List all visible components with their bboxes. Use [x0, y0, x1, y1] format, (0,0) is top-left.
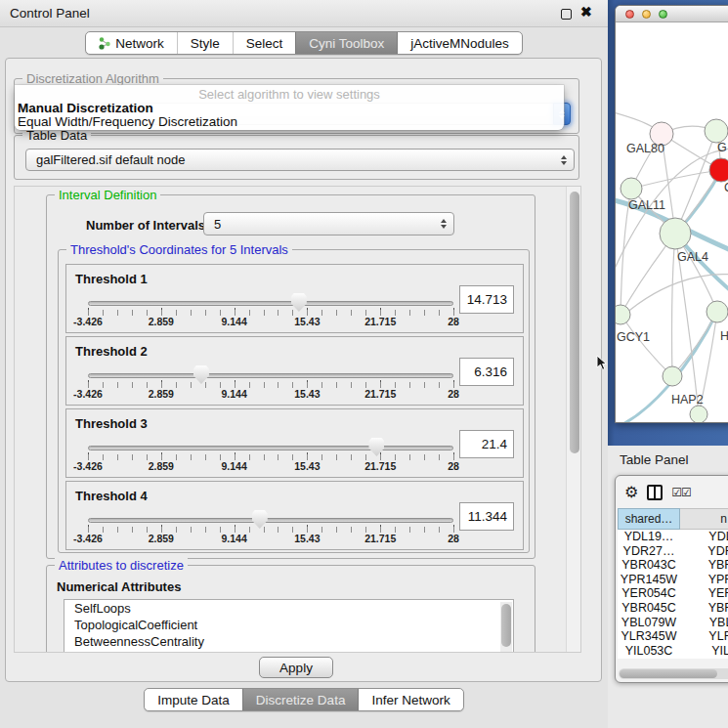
table-data-combobox[interactable]: galFiltered.sif default node	[25, 149, 575, 171]
mouse-cursor	[596, 355, 608, 371]
network-node-hap2[interactable]	[663, 366, 682, 386]
dropdown-option[interactable]: Manual Discretization	[18, 101, 153, 115]
table-cell[interactable]: YBL0	[680, 616, 728, 630]
number-of-intervals-combobox[interactable]: 5	[203, 212, 454, 236]
tick-label: 2.859	[149, 316, 174, 327]
attributes-scrollbar[interactable]	[500, 602, 512, 653]
apply-button[interactable]: Apply	[259, 657, 333, 678]
tick-label: 28	[448, 388, 459, 400]
network-node-gal4[interactable]	[660, 218, 691, 249]
threshold-value-field[interactable]: 6.316	[459, 358, 514, 386]
table-cell[interactable]: YBR045C	[618, 601, 680, 616]
node-label: HAP2	[671, 393, 704, 407]
threshold-value-field[interactable]: 21.4	[459, 430, 514, 458]
table-cell[interactable]: YBR0	[680, 601, 728, 616]
float-window-icon[interactable]	[561, 9, 572, 20]
column-header-shared-name[interactable]: shared…	[618, 508, 680, 530]
threshold-value-field[interactable]: 11.344	[459, 502, 514, 531]
close-traffic-light-icon[interactable]	[625, 10, 634, 19]
table-cell[interactable]: YDR2	[680, 544, 728, 559]
table-row[interactable]: YBL079WYBL0	[618, 616, 728, 630]
table-cell[interactable]: YER0	[680, 586, 728, 601]
tick-label: 2.859	[149, 388, 174, 400]
settings-scrollbar-thumb[interactable]	[570, 192, 579, 453]
attribute-item[interactable]: SelfLoops	[64, 600, 513, 617]
tick-label: 21.715	[364, 316, 396, 327]
tab-jactivemnodules[interactable]: jActiveMNodules	[397, 32, 522, 54]
table-cell[interactable]: YDL1	[680, 530, 728, 544]
table-cell[interactable]: YBR043C	[618, 558, 680, 573]
node-label: H	[720, 329, 728, 343]
numerical-attributes-list[interactable]: SelfLoopsTopologicalCoefficientBetweenne…	[64, 599, 514, 653]
tab-discretize-data[interactable]: Discretize Data	[242, 689, 359, 710]
network-node[interactable]	[705, 119, 728, 143]
node-label: GAL80	[626, 142, 664, 155]
table-row[interactable]: YDR27…YDR2	[618, 544, 728, 559]
table-cell[interactable]: YDL19…	[618, 530, 680, 544]
threshold-label: Threshold 3	[75, 416, 148, 431]
minimize-traffic-light-icon[interactable]	[642, 10, 651, 19]
tab-network[interactable]: Network	[86, 32, 177, 54]
table-cell[interactable]: YPR1	[680, 573, 728, 587]
network-window[interactable]: GAL80GAL11GAL4GCY1HHAP2GC	[615, 5, 728, 423]
tab-impute-data[interactable]: Impute Data	[145, 689, 242, 710]
tab-label: jActiveMNodules	[410, 36, 509, 51]
table-row[interactable]: YLR345WYLR3	[618, 629, 728, 644]
slider-minor-ticks	[88, 454, 455, 460]
network-node-h[interactable]	[707, 301, 728, 322]
table-cell[interactable]: YBR0	[680, 558, 728, 573]
threshold-value-field[interactable]: 14.713	[459, 285, 514, 314]
network-node-gcy1[interactable]	[616, 305, 630, 324]
table-cell[interactable]: YER054C	[618, 586, 680, 601]
tick-label: -3.426	[73, 316, 103, 327]
network-node[interactable]	[709, 158, 728, 182]
attributes-scrollbar-thumb[interactable]	[501, 604, 511, 647]
network-node[interactable]	[690, 406, 707, 423]
table-hscrollbar[interactable]	[619, 668, 728, 679]
table-cell[interactable]: YIL053C	[618, 644, 680, 659]
threshold-slider-track[interactable]	[88, 518, 453, 523]
settings-scrollbar[interactable]	[566, 187, 581, 652]
tick-label: 9.144	[221, 388, 246, 400]
threshold-panel: Threshold 3 -3.4262.8599.14415.4321.7152…	[65, 408, 524, 478]
table-cell[interactable]: YPR145W	[618, 573, 680, 587]
network-node-gal11[interactable]	[621, 178, 642, 199]
threshold-slider-track[interactable]	[88, 373, 453, 378]
tab-style[interactable]: Style	[177, 32, 233, 54]
network-window-titlebar[interactable]	[616, 6, 728, 22]
threshold-slider-track[interactable]	[88, 301, 453, 306]
threshold-panel: Threshold 4 -3.4262.8599.14415.4321.7152…	[65, 481, 524, 550]
network-canvas[interactable]: GAL80GAL11GAL4GCY1HHAP2GC	[616, 23, 728, 422]
table-cell[interactable]: YBL079W	[618, 616, 680, 630]
dropdown-option[interactable]: Equal Width/Frequency Discretization	[18, 114, 237, 129]
tab-infer-network[interactable]: Infer Network	[358, 689, 462, 710]
tick-label: 21.715	[364, 533, 396, 544]
tab-select[interactable]: Select	[233, 32, 296, 54]
table-window[interactable]: ⚙ ☑☑ shared… n YDL19…YDL1YDR27…YDR2YBR04…	[615, 475, 728, 683]
table-cell[interactable]: YLR345W	[618, 629, 680, 644]
select-columns-icon[interactable]: ☑☑	[671, 486, 691, 499]
table-cell[interactable]: YIL0	[680, 644, 728, 659]
network-graph[interactable]: GAL80GAL11GAL4GCY1HHAP2GC	[616, 23, 728, 423]
gear-icon[interactable]: ⚙	[624, 485, 638, 500]
table-row[interactable]: YIL053CYIL0	[618, 644, 728, 659]
zoom-traffic-light-icon[interactable]	[659, 10, 667, 19]
columns-icon[interactable]	[647, 485, 663, 500]
attribute-item[interactable]: TopologicalCoefficient	[64, 617, 513, 633]
close-icon[interactable]: ✖	[580, 4, 592, 20]
threshold-label: Threshold 1	[75, 272, 148, 286]
table-hscrollbar-thumb[interactable]	[620, 669, 717, 678]
table-row[interactable]: YER054CYER0	[618, 586, 728, 601]
table-row[interactable]: YDL19…YDL1	[618, 530, 728, 544]
threshold-slider-track[interactable]	[88, 446, 453, 450]
attribute-item[interactable]: BetweennessCentrality	[64, 633, 513, 650]
node-label: GCY1	[617, 330, 650, 344]
table-row[interactable]: YBR043CYBR0	[618, 558, 728, 573]
tab-cyni-toolbox[interactable]: Cyni Toolbox	[295, 32, 397, 54]
table-cell[interactable]: YDR27…	[618, 544, 680, 559]
table-row[interactable]: YPR145WYPR1	[618, 573, 728, 587]
table-cell[interactable]: YLR3	[680, 629, 728, 644]
column-header-name[interactable]: n	[680, 508, 728, 530]
interval-definition-group: Interval Definition Number of Intervals …	[46, 194, 535, 559]
table-row[interactable]: YBR045CYBR0	[618, 601, 728, 616]
